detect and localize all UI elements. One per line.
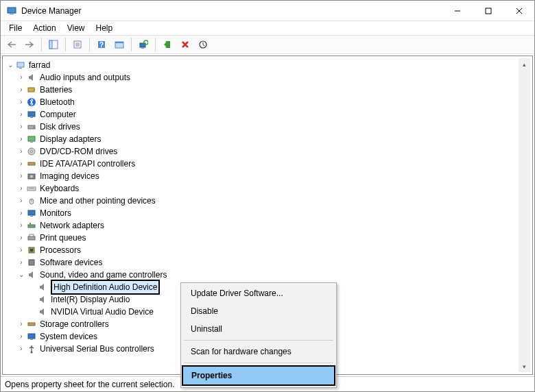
app-icon — [6, 5, 17, 16]
svg-rect-46 — [29, 234, 34, 236]
tree-item[interactable]: ›Software devices — [4, 256, 531, 269]
ctx-update-driver[interactable]: Update Driver Software... — [182, 284, 335, 302]
tree-label: Universal Serial Bus controllers — [40, 343, 154, 355]
svg-rect-42 — [30, 216, 33, 217]
tree-item[interactable]: ›DVD/CD-ROM drives — [4, 145, 531, 158]
minimize-button[interactable] — [442, 1, 473, 21]
enable-button[interactable] — [159, 37, 176, 52]
expand-icon[interactable]: › — [16, 145, 26, 158]
expand-icon[interactable]: › — [16, 207, 26, 219]
expand-icon[interactable]: › — [16, 182, 26, 195]
maximize-button[interactable] — [473, 1, 503, 21]
expand-icon[interactable]: › — [16, 244, 26, 256]
tree-item[interactable]: ›Bluetooth — [4, 96, 531, 108]
software-icon — [26, 257, 37, 268]
tree-item[interactable]: ›Audio inputs and outputs — [4, 71, 531, 84]
svg-rect-48 — [30, 249, 33, 252]
svg-text:?: ? — [99, 41, 104, 49]
tree-item[interactable]: ›Imaging devices — [4, 170, 531, 182]
disk-icon — [26, 121, 37, 132]
help-button[interactable]: ? — [93, 37, 110, 52]
tree-item[interactable]: ›Batteries — [4, 84, 531, 96]
ctx-scan-hardware[interactable]: Scan for hardware changes — [182, 343, 335, 360]
expand-icon[interactable]: › — [16, 195, 26, 207]
tree-label: Imaging devices — [40, 170, 99, 182]
tree-label: Processors — [40, 244, 81, 256]
expand-icon[interactable]: › — [16, 318, 26, 330]
tree-label: IDE ATA/ATAPI controllers — [40, 158, 135, 170]
tree-item[interactable]: ›Display adapters — [4, 133, 531, 145]
ctx-disable[interactable]: Disable — [182, 302, 335, 320]
context-menu: Update Driver Software... Disable Uninst… — [180, 282, 337, 388]
show-hide-tree-button[interactable] — [45, 37, 62, 52]
properties-button[interactable] — [69, 37, 86, 52]
svg-rect-44 — [29, 223, 31, 225]
collapse-icon[interactable]: ⌄ — [5, 59, 15, 71]
update-driver-button[interactable] — [195, 37, 211, 52]
bluetooth-icon — [26, 97, 37, 108]
ctx-uninstall[interactable]: Uninstall — [182, 320, 335, 338]
svg-rect-49 — [29, 260, 34, 265]
sound-icon — [26, 269, 37, 280]
expand-icon[interactable]: › — [16, 96, 26, 108]
tree-item[interactable]: ›Network adapters — [4, 219, 531, 232]
menu-view[interactable]: View — [62, 22, 91, 34]
tree-item[interactable]: ›Computer — [4, 108, 531, 121]
scan-hardware-button[interactable] — [135, 37, 152, 52]
tree-item[interactable]: ›Keyboards — [4, 182, 531, 195]
scroll-up-icon[interactable]: ▴ — [519, 58, 530, 70]
expand-icon[interactable]: › — [16, 133, 26, 145]
expand-icon[interactable]: › — [16, 232, 26, 244]
scroll-down-icon[interactable]: ▾ — [519, 360, 530, 372]
ctx-separator — [184, 340, 333, 341]
mouse-icon — [26, 195, 37, 206]
svg-rect-0 — [8, 8, 16, 13]
menu-help[interactable]: Help — [91, 22, 119, 34]
tree-item[interactable]: ›Monitors — [4, 207, 531, 219]
expand-icon[interactable]: › — [16, 330, 26, 343]
expand-icon[interactable]: › — [16, 108, 26, 121]
vertical-scrollbar[interactable]: ▴ ▾ — [519, 58, 530, 372]
audio-icon — [26, 72, 37, 83]
titlebar: Device Manager — [1, 1, 534, 21]
uninstall-button[interactable] — [177, 37, 193, 52]
expand-icon[interactable]: › — [16, 256, 26, 269]
usb-icon — [26, 343, 37, 354]
svg-point-29 — [33, 127, 34, 128]
svg-rect-31 — [30, 142, 33, 143]
tree-label: Disk drives — [40, 121, 80, 133]
tree-item[interactable]: ›Processors — [4, 244, 531, 256]
forward-button[interactable] — [21, 37, 38, 52]
tree-item[interactable]: ›Print queues — [4, 232, 531, 244]
tree-label: Monitors — [40, 207, 71, 219]
svg-rect-23 — [28, 88, 34, 92]
scroll-track[interactable] — [519, 70, 530, 360]
back-button[interactable] — [3, 37, 20, 52]
menu-action[interactable]: Action — [27, 22, 61, 34]
collapse-icon[interactable]: ⌄ — [16, 269, 26, 281]
svg-rect-27 — [30, 117, 33, 118]
svg-rect-3 — [486, 8, 491, 14]
menubar: File Action View Help — [1, 21, 534, 35]
action-button[interactable] — [111, 37, 128, 52]
expand-icon[interactable]: › — [16, 84, 26, 96]
close-button[interactable] — [503, 1, 534, 21]
expand-icon[interactable]: › — [16, 170, 26, 182]
tree-label: System devices — [40, 330, 97, 343]
tree-label: Audio inputs and outputs — [40, 71, 130, 84]
menu-file[interactable]: File — [3, 22, 27, 34]
computer-icon — [26, 109, 37, 120]
tree-root[interactable]: ⌄ farrad — [4, 59, 531, 71]
ide-icon — [26, 158, 37, 169]
sound-device-icon — [37, 294, 48, 305]
tree-item[interactable]: ›IDE ATA/ATAPI controllers — [4, 158, 531, 170]
tree-item[interactable]: ›Disk drives — [4, 121, 531, 133]
expand-icon[interactable]: › — [16, 219, 26, 232]
expand-icon[interactable]: › — [16, 121, 26, 133]
ctx-properties[interactable]: Properties — [183, 367, 334, 384]
expand-icon[interactable]: › — [16, 343, 26, 355]
tree-item[interactable]: ›Mice and other pointing devices — [4, 195, 531, 207]
expand-icon[interactable]: › — [16, 158, 26, 170]
imaging-icon — [26, 171, 37, 182]
expand-icon[interactable]: › — [16, 71, 26, 84]
